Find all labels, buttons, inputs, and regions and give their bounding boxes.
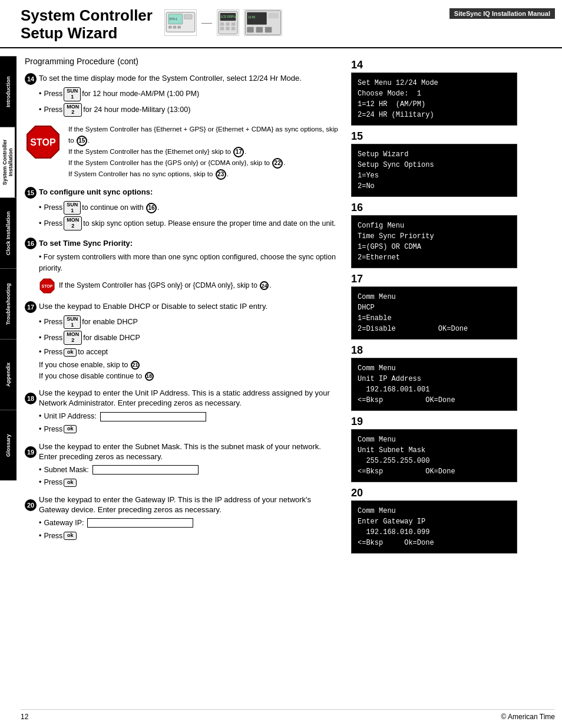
tab-troubleshooting[interactable]: Troubleshooting [0, 268, 16, 339]
svg-rect-10 [220, 22, 224, 26]
key-sun1: SUN1 [64, 87, 81, 101]
key-ok-17: ok [64, 348, 77, 357]
separator-icon: — [201, 17, 212, 29]
key-ok-18: ok [64, 425, 77, 433]
key-mon2-17: MON2 [64, 331, 82, 345]
panel-18-num: 18 [351, 344, 517, 357]
step-18-title-line: 18 Use the keypad to enter the Unit IP A… [25, 388, 339, 409]
step-16-body: • For system controllers with more than … [39, 252, 339, 274]
controller-device-icon: SYN-1 [164, 9, 197, 36]
key-mon2-15: MON2 [64, 216, 82, 230]
panel-16-num: 16 [351, 202, 517, 214]
step-17-block: 17 Use the keypad to Enable DHCP or Disa… [25, 301, 339, 382]
step-14-title-line: 14 To set the time display mode for the … [25, 73, 339, 85]
ref-15: 15 [77, 136, 87, 146]
step-20-bullets: • Gateway IP: • Press ok [39, 518, 339, 542]
svg-rect-4 [168, 26, 172, 29]
step-16-title-line: 16 To set Time Sync Priority: [25, 238, 339, 249]
step-20-num: 20 [25, 499, 37, 511]
right-panels: 14 Set Menu 12/24 Mode Choose Mode: 1 1=… [346, 48, 523, 563]
stop-block: STOP If the System Controller has {Ether… [25, 124, 339, 179]
panel-20-num: 20 [351, 487, 517, 499]
step-17-num: 17 [25, 301, 37, 313]
ref-16: 16 [146, 203, 157, 213]
step-19-block: 19 Use the keypad to enter the Subnet Ma… [25, 442, 339, 488]
step-18-bullets: • Unit IP Address: • Press ok [39, 411, 339, 435]
step-14-bullet1: • Press SUN1 for 12 hour mode-AM/PM (1:0… [39, 87, 339, 101]
step-15-bullet2: • Press MON2 to skip sync option setup. … [39, 216, 339, 230]
svg-rect-14 [226, 27, 230, 31]
key-sun1-15: SUN1 [64, 201, 81, 215]
svg-rect-11 [226, 22, 230, 26]
panel-17-lcd: Comm Menu DHCP 1=Enable 2=Disable OK=Don… [351, 286, 517, 340]
svg-rect-5 [173, 26, 177, 29]
step-20-title-line: 20 Use the keypad to enter the Gateway I… [25, 495, 339, 515]
svg-rect-15 [232, 27, 236, 31]
ref-23: 23 [216, 169, 226, 180]
step-15-num: 15 [25, 187, 37, 199]
step-18-b1: • Unit IP Address: [39, 411, 339, 422]
svg-text:LCD DISPLAY: LCD DISPLAY [221, 15, 239, 18]
panel-14-num: 14 [351, 59, 517, 71]
keypad-device-icon: LCD DISPLAY [217, 9, 239, 36]
page-header: System Controller Setup Wizard SYN-1 — L… [0, 0, 562, 48]
step-17-title-line: 17 Use the keypad to Enable DHCP or Disa… [25, 301, 339, 313]
step-15-block: 15 To configure unit sync options: • Pre… [25, 187, 339, 231]
svg-rect-13 [220, 27, 224, 31]
subnet-mask-input[interactable] [92, 465, 199, 475]
stop-text: If the System Controller has {Ethernet +… [68, 124, 339, 179]
ref-21: 21 [131, 361, 140, 370]
panel-19-lcd: Comm Menu Unit Subnet Mask 255.255.255.0… [351, 429, 517, 482]
panel-15-lcd: Setup Wizard Setup Sync Options 1=Yes 2=… [351, 144, 517, 197]
step-19-b1: • Subnet Mask: [39, 465, 339, 476]
panel-20-lcd: Comm Menu Enter Gateway IP 192.168.010.0… [351, 500, 517, 554]
step-19-num: 19 [25, 446, 37, 458]
svg-rect-6 [177, 26, 181, 29]
panel-19-num: 19 [351, 416, 517, 428]
step-19-title-line: 19 Use the keypad to enter the Subnet Ma… [25, 442, 339, 462]
svg-rect-20 [247, 27, 253, 33]
ip-address-input[interactable] [100, 412, 206, 421]
svg-text:SYN-1: SYN-1 [169, 18, 177, 21]
step-15-title-line: 15 To configure unit sync options: [25, 187, 339, 199]
step-16-block: 16 To set Time Sync Priority: • For syst… [25, 238, 339, 294]
tab-introduction[interactable]: Introduction [0, 56, 16, 127]
step-14-body: To set the time display mode for the Sys… [39, 74, 302, 84]
step-14-num: 14 [25, 73, 37, 85]
svg-text:STOP: STOP [42, 284, 53, 288]
key-ok-20: ok [64, 532, 77, 540]
step-20-block: 20 Use the keypad to enter the Gateway I… [25, 495, 339, 541]
main-content: Programming Procedure (cont) 14 To set t… [16, 48, 346, 563]
tab-system-controller[interactable]: System Controller Installation [0, 127, 16, 197]
step-18-b2: • Press ok [39, 424, 339, 435]
gateway-ip-input[interactable] [87, 518, 193, 528]
step-15-bullet1: • Press SUN1 to continue on with 16. [39, 201, 339, 215]
step-17-b1: • Press SUN1 for enable DHCP [39, 315, 339, 330]
step-14-bullet2: • Press MON2 for 24 hour mode-Military (… [39, 103, 339, 117]
main-body: Programming Procedure (cont) 14 To set t… [16, 48, 562, 563]
step-15-bullets: • Press SUN1 to continue on with 16. • P… [39, 201, 339, 231]
step-20-b2: • Press ok [39, 531, 339, 542]
key-sun1-17: SUN1 [64, 315, 81, 330]
display-device-icon: 12:00 [244, 9, 282, 36]
tab-glossary[interactable]: Glossary [0, 410, 16, 480]
panel-14-lcd: Set Menu 12/24 Mode Choose Mode: 1 1=12 … [351, 73, 517, 126]
step-19-b2: • Press ok [39, 477, 339, 488]
step-14-bullets: • Press SUN1 for 12 hour mode-AM/PM (1:0… [39, 87, 339, 117]
copyright: © American Time [501, 713, 555, 721]
tab-appendix[interactable]: Appendix [0, 339, 16, 410]
side-tabs: Introduction System Controller Installat… [0, 56, 16, 480]
svg-text:12:00: 12:00 [248, 16, 255, 19]
step-16-num: 16 [25, 238, 37, 249]
key-ok-19: ok [64, 479, 77, 487]
ref-24: 24 [260, 281, 269, 290]
svg-rect-21 [256, 27, 263, 33]
step-20-b1: • Gateway IP: [39, 518, 339, 529]
svg-rect-12 [232, 22, 236, 26]
key-mon2-14: MON2 [64, 103, 82, 117]
page-title: System Controller Setup Wizard [21, 7, 153, 42]
tab-clock[interactable]: Clock Installation [0, 197, 16, 268]
header-device-images: SYN-1 — LCD DISPLAY 12:00 [164, 9, 282, 36]
step-17-b2: • Press MON2 for disable DHCP [39, 331, 339, 345]
panel-18-lcd: Comm Menu Unit IP Address 192.168.001.00… [351, 358, 517, 411]
